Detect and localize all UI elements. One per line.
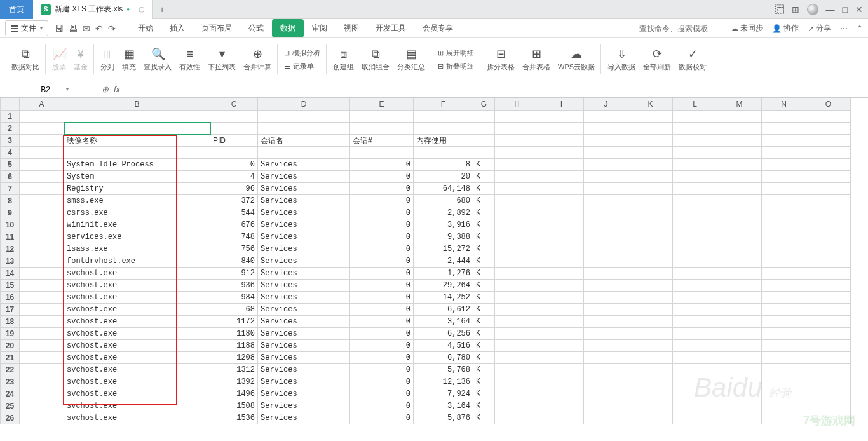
cell-F1[interactable] [414, 111, 473, 123]
cell-I13[interactable] [539, 255, 584, 268]
cell-O22[interactable] [806, 364, 851, 376]
cell-F3[interactable]: 内存使用 [414, 135, 473, 147]
cell-D25[interactable]: Services [258, 400, 350, 412]
col-header-D[interactable]: D [258, 98, 350, 111]
row-header-18[interactable]: 18 [1, 316, 20, 328]
cell-M13[interactable] [717, 255, 762, 268]
cell-I14[interactable] [539, 268, 584, 280]
ribbon-tab-1[interactable]: 插入 [161, 19, 193, 37]
cell-M20[interactable] [717, 340, 762, 352]
cell-G20[interactable]: K [473, 340, 495, 352]
col-header-B[interactable]: B [64, 98, 210, 111]
tab-home[interactable]: 首页 [0, 0, 33, 19]
cell-B11[interactable]: services.exe [64, 231, 210, 243]
cell-K10[interactable] [628, 219, 673, 231]
cell-D11[interactable]: Services [258, 231, 350, 243]
cell-E23[interactable]: 0 [350, 376, 414, 388]
row-header-2[interactable]: 2 [1, 123, 20, 135]
cell-I19[interactable] [539, 328, 584, 340]
cell-A13[interactable] [20, 255, 64, 268]
cell-J11[interactable] [584, 231, 628, 243]
cell-N26[interactable] [762, 412, 806, 424]
cell-O24[interactable] [806, 388, 851, 400]
cell-L7[interactable] [673, 183, 717, 195]
cell-G12[interactable]: K [473, 243, 495, 255]
cell-J7[interactable] [584, 183, 628, 195]
cell-F4[interactable]: ========== [414, 147, 473, 159]
cell-M15[interactable] [717, 280, 762, 292]
cell-A6[interactable] [20, 171, 64, 183]
cell-H3[interactable] [495, 135, 539, 147]
cell-I10[interactable] [539, 219, 584, 231]
cell-N4[interactable] [762, 147, 806, 159]
cell-J10[interactable] [584, 219, 628, 231]
cell-C13[interactable]: 840 [210, 255, 258, 268]
cell-F18[interactable]: 3,164 [414, 316, 473, 328]
cell-N10[interactable] [762, 219, 806, 231]
ribbon-tab-5[interactable]: 审阅 [304, 19, 336, 37]
cell-N15[interactable] [762, 280, 806, 292]
cell-N9[interactable] [762, 207, 806, 219]
cell-D20[interactable]: Services [258, 340, 350, 352]
cell-J18[interactable] [584, 316, 628, 328]
cell-E24[interactable]: 0 [350, 388, 414, 400]
file-menu[interactable]: 文件 ▾ [5, 20, 48, 36]
data-compare-button[interactable]: ⧉数据对比 [11, 48, 39, 72]
cloud-data-button[interactable]: ☁WPS云数据 [558, 48, 595, 72]
cell-K25[interactable] [628, 400, 673, 412]
funds-button[interactable]: ¥基金 [74, 48, 88, 72]
cell-F19[interactable]: 6,256 [414, 328, 473, 340]
cell-D21[interactable]: Services [258, 352, 350, 364]
cell-J15[interactable] [584, 280, 628, 292]
row-header-14[interactable]: 14 [1, 268, 20, 280]
cell-M19[interactable] [717, 328, 762, 340]
print-icon[interactable]: 🖶 [69, 24, 78, 34]
close-icon[interactable]: ▢ [139, 6, 144, 13]
cell-F7[interactable]: 64,148 [414, 183, 473, 195]
cell-L18[interactable] [673, 316, 717, 328]
cell-A2[interactable] [20, 123, 64, 135]
cell-H20[interactable] [495, 340, 539, 352]
cell-K21[interactable] [628, 352, 673, 364]
cell-J23[interactable] [584, 376, 628, 388]
consolidate-button[interactable]: ⊕合并计算 [243, 48, 271, 72]
cell-N11[interactable] [762, 231, 806, 243]
cell-E6[interactable]: 0 [350, 171, 414, 183]
cell-ref-input[interactable] [27, 85, 65, 94]
cell-B1[interactable] [64, 111, 210, 123]
cell-B18[interactable]: svchost.exe [64, 316, 210, 328]
cell-B6[interactable]: System [64, 171, 210, 183]
cell-B7[interactable]: Registry [64, 183, 210, 195]
cell-D12[interactable]: Services [258, 243, 350, 255]
cell-L15[interactable] [673, 280, 717, 292]
cell-A4[interactable] [20, 147, 64, 159]
cell-K6[interactable] [628, 171, 673, 183]
cell-O25[interactable] [806, 400, 851, 412]
cell-C5[interactable]: 0 [210, 159, 258, 171]
cell-O10[interactable] [806, 219, 851, 231]
cell-L25[interactable] [673, 400, 717, 412]
cell-M4[interactable] [717, 147, 762, 159]
sync-button[interactable]: ☁未同步 [731, 23, 763, 34]
cell-N1[interactable] [762, 111, 806, 123]
cell-H14[interactable] [495, 268, 539, 280]
cell-L14[interactable] [673, 268, 717, 280]
cell-L19[interactable] [673, 328, 717, 340]
cell-K5[interactable] [628, 159, 673, 171]
cell-H18[interactable] [495, 316, 539, 328]
cell-E22[interactable]: 0 [350, 364, 414, 376]
cell-B13[interactable]: fontdrvhost.exe [64, 255, 210, 268]
cell-O13[interactable] [806, 255, 851, 268]
cell-M26[interactable] [717, 412, 762, 424]
search-input[interactable] [639, 24, 722, 33]
row-header-25[interactable]: 25 [1, 400, 20, 412]
cell-C2[interactable] [210, 123, 258, 135]
cell-E25[interactable]: 0 [350, 400, 414, 412]
split-col-button[interactable]: ⫼分列 [100, 48, 114, 72]
cell-A14[interactable] [20, 268, 64, 280]
proof-button[interactable]: ✓数据校对 [679, 48, 707, 72]
row-header-12[interactable]: 12 [1, 243, 20, 255]
cell-N18[interactable] [762, 316, 806, 328]
cell-K15[interactable] [628, 280, 673, 292]
cell-D22[interactable]: Services [258, 364, 350, 376]
